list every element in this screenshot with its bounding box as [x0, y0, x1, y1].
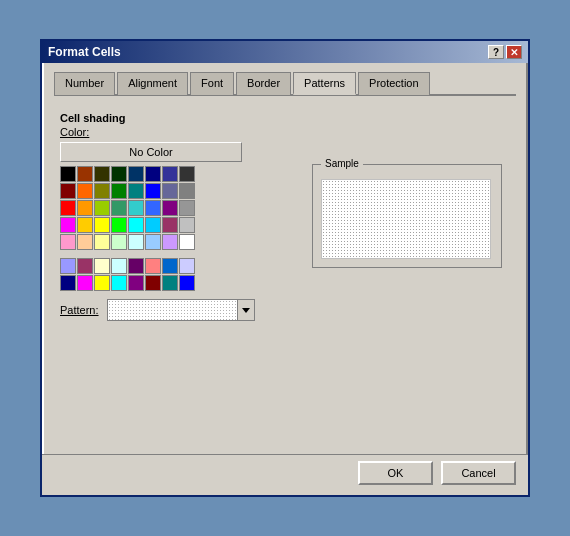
color-cell[interactable]: [77, 275, 93, 291]
color-cell[interactable]: [179, 217, 195, 233]
color-cell[interactable]: [77, 200, 93, 216]
pattern-dropdown-arrow[interactable]: [237, 299, 255, 321]
color-cell[interactable]: [179, 200, 195, 216]
color-cell[interactable]: [60, 234, 76, 250]
format-cells-dialog: Format Cells ? ✕ Number Alignment Font B…: [40, 39, 530, 497]
color-cell[interactable]: [179, 234, 195, 250]
color-cell[interactable]: [145, 234, 161, 250]
color-cell[interactable]: [77, 183, 93, 199]
color-cell[interactable]: [111, 217, 127, 233]
color-cell[interactable]: [94, 200, 110, 216]
cell-shading-label: Cell shading: [60, 112, 510, 124]
sample-legend-label: Sample: [321, 158, 363, 169]
dialog-footer: OK Cancel: [42, 454, 528, 495]
color-cell[interactable]: [94, 258, 110, 274]
tab-font[interactable]: Font: [190, 72, 234, 95]
tabs-container: Number Alignment Font Border Patterns Pr…: [54, 71, 516, 96]
color-cell[interactable]: [77, 166, 93, 182]
ok-button[interactable]: OK: [358, 461, 433, 485]
color-cell[interactable]: [60, 275, 76, 291]
color-cell[interactable]: [94, 234, 110, 250]
color-cell[interactable]: [162, 183, 178, 199]
tab-alignment[interactable]: Alignment: [117, 72, 188, 95]
color-cell[interactable]: [77, 234, 93, 250]
color-cell[interactable]: [111, 234, 127, 250]
color-cell[interactable]: [145, 166, 161, 182]
color-cell[interactable]: [111, 200, 127, 216]
color-cell[interactable]: [111, 166, 127, 182]
content-area: Cell shading Color: No Color: [54, 104, 516, 444]
color-cell[interactable]: [94, 275, 110, 291]
pattern-dots-preview: [108, 300, 237, 320]
color-cell[interactable]: [179, 275, 195, 291]
pattern-preview[interactable]: [107, 299, 237, 321]
color-cell[interactable]: [60, 258, 76, 274]
tab-number[interactable]: Number: [54, 72, 115, 95]
color-cell[interactable]: [179, 258, 195, 274]
color-cell[interactable]: [128, 217, 144, 233]
color-row-7: [60, 275, 510, 291]
color-cell[interactable]: [162, 166, 178, 182]
color-cell[interactable]: [111, 183, 127, 199]
color-cell[interactable]: [128, 275, 144, 291]
pattern-dropdown: [107, 299, 255, 321]
color-cell[interactable]: [145, 275, 161, 291]
tab-border[interactable]: Border: [236, 72, 291, 95]
color-cell[interactable]: [60, 166, 76, 182]
color-cell[interactable]: [179, 166, 195, 182]
sample-preview: [321, 179, 491, 259]
dialog-title: Format Cells: [48, 45, 121, 59]
color-cell[interactable]: [128, 258, 144, 274]
color-cell[interactable]: [162, 258, 178, 274]
cancel-button[interactable]: Cancel: [441, 461, 516, 485]
color-cell[interactable]: [60, 183, 76, 199]
tab-patterns[interactable]: Patterns: [293, 72, 356, 95]
title-bar-controls: ? ✕: [488, 45, 522, 59]
close-button[interactable]: ✕: [506, 45, 522, 59]
pattern-label: Pattern:: [60, 304, 99, 316]
color-cell[interactable]: [145, 183, 161, 199]
color-cell[interactable]: [94, 217, 110, 233]
color-cell[interactable]: [60, 217, 76, 233]
color-cell[interactable]: [77, 258, 93, 274]
color-cell[interactable]: [128, 200, 144, 216]
title-bar: Format Cells ? ✕: [42, 41, 528, 63]
color-cell[interactable]: [128, 166, 144, 182]
tab-protection[interactable]: Protection: [358, 72, 430, 95]
color-label: Color:: [60, 126, 510, 138]
no-color-button[interactable]: No Color: [60, 142, 242, 162]
color-cell[interactable]: [60, 200, 76, 216]
color-cell[interactable]: [145, 200, 161, 216]
color-cell[interactable]: [128, 183, 144, 199]
color-cell[interactable]: [77, 217, 93, 233]
chevron-down-icon: [242, 308, 250, 313]
color-cell[interactable]: [162, 275, 178, 291]
color-cell[interactable]: [179, 183, 195, 199]
color-cell[interactable]: [94, 183, 110, 199]
dialog-body: Number Alignment Font Border Patterns Pr…: [42, 63, 528, 454]
color-cell[interactable]: [128, 234, 144, 250]
color-cell[interactable]: [111, 258, 127, 274]
color-cell[interactable]: [162, 200, 178, 216]
color-cell[interactable]: [162, 234, 178, 250]
sample-group: Sample: [312, 164, 502, 268]
help-button[interactable]: ?: [488, 45, 504, 59]
color-cell[interactable]: [145, 217, 161, 233]
color-cell[interactable]: [94, 166, 110, 182]
color-cell[interactable]: [162, 217, 178, 233]
color-cell[interactable]: [145, 258, 161, 274]
title-bar-left: Format Cells: [48, 45, 121, 59]
color-cell[interactable]: [111, 275, 127, 291]
pattern-row: Pattern:: [60, 299, 510, 321]
